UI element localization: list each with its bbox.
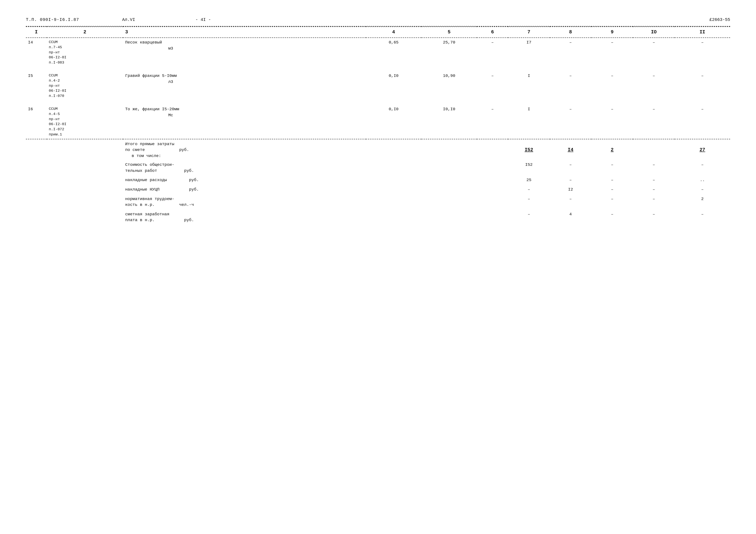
summary-id: [26, 140, 47, 161]
summary-col10: [633, 140, 675, 161]
row-desc: То же, фракции I5-20ммМс: [123, 105, 366, 139]
row-col4: 0,65: [366, 38, 421, 67]
summary-col11: 27: [675, 140, 730, 161]
col-header-2: 2: [47, 27, 123, 38]
col-header-3: 3: [123, 27, 366, 38]
line3-col11: –: [675, 185, 730, 194]
summary-line-row: накладные расходы руб. 25 – – – ..: [26, 175, 730, 185]
line1-col7: I52: [508, 160, 550, 175]
summary-line-desc: сметная заработнаяплата в н.р. руб.: [123, 210, 366, 225]
summary-col9: 2: [591, 140, 633, 161]
row-col7: I: [508, 105, 550, 139]
spacer-row: [26, 67, 730, 71]
column-headers: I 2 3 4 5 6 7 8 9 IO II: [26, 27, 730, 38]
summary-desc: Итого прямые затратыпо смете руб. в том …: [123, 140, 366, 161]
summary-col7: I52: [508, 140, 550, 161]
row-col7: I7: [508, 38, 550, 67]
row-id: I6: [26, 105, 47, 139]
row-col9: –: [591, 71, 633, 100]
col-header-9: 9: [591, 27, 633, 38]
col-header-7: 7: [508, 27, 550, 38]
line4-col10: –: [633, 194, 675, 210]
table-row: I4 CCUMп.7-45пр-нт06-I2-0Iп.I-083 Песок …: [26, 38, 730, 67]
line2-col10: –: [633, 175, 675, 185]
line2-col11: ..: [675, 175, 730, 185]
col-header-10: IO: [633, 27, 675, 38]
row-col5: 10,90: [421, 71, 477, 100]
row-col11: –: [675, 38, 730, 67]
spacer-row: [26, 100, 730, 105]
row-col6: –: [477, 105, 508, 139]
row-col8: –: [550, 71, 591, 100]
summary-col4: [366, 140, 421, 161]
page-header: Т.П. 090I-9-I6.I.87 Ал.VI - 4I - £2663-5…: [26, 17, 730, 22]
row-col8: –: [550, 105, 591, 139]
summary-col5: [421, 140, 477, 161]
row-col9: –: [591, 38, 633, 67]
line1-col10: –: [633, 160, 675, 175]
row-col10: –: [633, 71, 675, 100]
row-code: CCUMп.7-45пр-нт06-I2-0Iп.I-083: [47, 38, 123, 67]
row-id: I4: [26, 38, 47, 67]
row-id: I5: [26, 71, 47, 100]
row-code: CCUMп.4-5пр-нт06-I2-0Iп.I-072прим.1: [47, 105, 123, 139]
doc-ref: Т.П. 090I-9-I6.I.87: [26, 17, 79, 22]
col-header-6: 6: [477, 27, 508, 38]
summary-line-row: сметная заработнаяплата в н.р. руб. – 4 …: [26, 210, 730, 225]
col-header-4: 4: [366, 27, 421, 38]
row-col7: I: [508, 71, 550, 100]
main-table: I 2 3 4 5 6 7 8 9 IO II I4 CCUMп.7-45пр-…: [26, 26, 730, 225]
row-col5: I0,I0: [421, 105, 477, 139]
summary-col8: I4: [550, 140, 591, 161]
line3-col8: I2: [550, 185, 591, 194]
col-header-5: 5: [421, 27, 477, 38]
sheet-label: Ал.VI: [122, 17, 135, 22]
row-col5: 25,70: [421, 38, 477, 67]
row-col11: –: [675, 71, 730, 100]
row-col11: –: [675, 105, 730, 139]
line4-col7: –: [508, 194, 550, 210]
row-col10: –: [633, 38, 675, 67]
summary-line-row: накладные НУЦП руб. – I2 – – –: [26, 185, 730, 194]
row-col6: –: [477, 71, 508, 100]
summary-line-row: нормативная трудоем-кость в н.р. чел.-ч …: [26, 194, 730, 210]
summary-line-desc: нормативная трудоем-кость в н.р. чел.-ч: [123, 194, 366, 210]
summary-line-desc: накладные НУЦП руб.: [123, 185, 366, 194]
table-row: I5 CCUMп.4-2пр-нт06-I2-0Iп.I-070 Гравий …: [26, 71, 730, 100]
line4-col8: –: [550, 194, 591, 210]
doc-number: £2663-55: [710, 17, 730, 22]
line2-col8: –: [550, 175, 591, 185]
line1-col11: –: [675, 160, 730, 175]
line1-col8: –: [550, 160, 591, 175]
row-col4: 0,I0: [366, 71, 421, 100]
line2-col7: 25: [508, 175, 550, 185]
row-desc: Песок кварцевыйм3: [123, 38, 366, 67]
line5-col10: –: [633, 210, 675, 225]
row-col4: 0,I0: [366, 105, 421, 139]
row-desc: Гравий фракции 5-I0ммл3: [123, 71, 366, 100]
summary-line-desc: Стоимость общестрои-тельных работ руб.: [123, 160, 366, 175]
col-header-11: II: [675, 27, 730, 38]
line3-col10: –: [633, 185, 675, 194]
line5-col11: –: [675, 210, 730, 225]
line3-col9: –: [591, 185, 633, 194]
summary-line-desc: накладные расходы руб.: [123, 175, 366, 185]
line3-col7: –: [508, 185, 550, 194]
row-col6: –: [477, 38, 508, 67]
summary-code: [47, 140, 123, 161]
summary-total-row: Итого прямые затратыпо смете руб. в том …: [26, 140, 730, 161]
table-row: I6 CCUMп.4-5пр-нт06-I2-0Iп.I-072прим.1 Т…: [26, 105, 730, 139]
col-header-1: I: [26, 27, 47, 38]
line5-col8: 4: [550, 210, 591, 225]
row-col8: –: [550, 38, 591, 67]
line4-col9: –: [591, 194, 633, 210]
line5-col7: –: [508, 210, 550, 225]
line2-col9: –: [591, 175, 633, 185]
col-header-8: 8: [550, 27, 591, 38]
row-code: CCUMп.4-2пр-нт06-I2-0Iп.I-070: [47, 71, 123, 100]
summary-col6: [477, 140, 508, 161]
row-col10: –: [633, 105, 675, 139]
row-col9: –: [591, 105, 633, 139]
line5-col9: –: [591, 210, 633, 225]
page-center: - 4I -: [195, 17, 211, 22]
